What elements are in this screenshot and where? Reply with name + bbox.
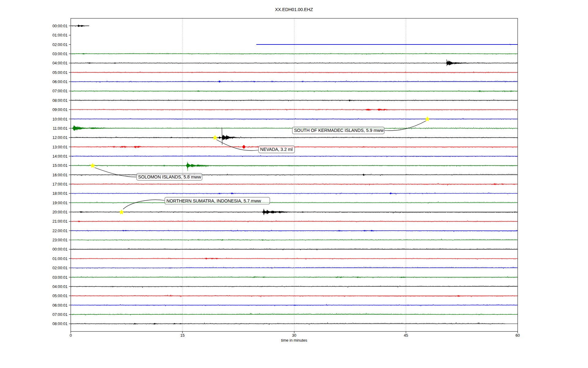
- svg-text:07:00:01: 07:00:01: [52, 89, 67, 93]
- svg-text:05:00:01: 05:00:01: [52, 71, 67, 75]
- svg-text:NEVADA, 3.2 ml: NEVADA, 3.2 ml: [260, 147, 293, 152]
- svg-text:06:00:01: 06:00:01: [52, 80, 67, 84]
- svg-text:NORTHERN SUMATRA, INDONESIA, 5: NORTHERN SUMATRA, INDONESIA, 5.7 mww: [167, 198, 261, 203]
- svg-text:00:00:01: 00:00:01: [52, 24, 67, 28]
- svg-text:15: 15: [180, 333, 185, 338]
- svg-text:04:00:01: 04:00:01: [52, 61, 67, 65]
- svg-text:SOUTH OF KERMADEC ISLANDS, 5.9: SOUTH OF KERMADEC ISLANDS, 5.9 mww: [294, 128, 384, 133]
- svg-text:05:00:01: 05:00:01: [52, 294, 67, 298]
- svg-text:21:00:01: 21:00:01: [52, 219, 67, 224]
- svg-text:02:00:01: 02:00:01: [52, 43, 67, 47]
- svg-text:07:00:01: 07:00:01: [52, 312, 67, 317]
- svg-text:30: 30: [292, 333, 296, 338]
- svg-text:10:00:01: 10:00:01: [52, 117, 67, 121]
- svg-text:06:00:01: 06:00:01: [52, 303, 67, 308]
- svg-text:23:00:01: 23:00:01: [52, 238, 67, 242]
- svg-text:03:00:01: 03:00:01: [52, 52, 67, 56]
- svg-text:19:00:01: 19:00:01: [52, 201, 67, 205]
- svg-text:XX.EDH01.00.EHZ: XX.EDH01.00.EHZ: [275, 7, 313, 12]
- svg-text:02:00:01: 02:00:01: [52, 266, 67, 270]
- svg-text:13:00:01: 13:00:01: [52, 145, 67, 149]
- svg-text:03:00:01: 03:00:01: [52, 275, 67, 280]
- svg-text:16:00:01: 16:00:01: [52, 173, 67, 177]
- svg-text:45: 45: [404, 333, 408, 338]
- svg-text:17:00:01: 17:00:01: [52, 182, 67, 186]
- svg-text:20:00:01: 20:00:01: [52, 210, 67, 214]
- svg-text:09:00:01: 09:00:01: [52, 108, 67, 112]
- svg-text:01:00:01: 01:00:01: [52, 257, 67, 261]
- svg-text:18:00:01: 18:00:01: [52, 191, 67, 196]
- svg-text:08:00:01: 08:00:01: [52, 98, 67, 103]
- svg-text:15:00:01: 15:00:01: [52, 163, 67, 168]
- svg-text:12:00:01: 12:00:01: [52, 136, 67, 140]
- svg-text:00:00:01: 00:00:01: [52, 247, 67, 251]
- svg-text:22:00:01: 22:00:01: [52, 229, 67, 233]
- svg-text:time in minutes: time in minutes: [281, 338, 307, 343]
- svg-text:0: 0: [70, 333, 72, 338]
- svg-text:11:00:01: 11:00:01: [53, 126, 67, 131]
- svg-text:SOLOMON ISLANDS, 5.8 mww: SOLOMON ISLANDS, 5.8 mww: [138, 174, 201, 179]
- svg-text:08:00:01: 08:00:01: [52, 322, 67, 326]
- svg-text:04:00:01: 04:00:01: [52, 285, 67, 289]
- svg-text:60: 60: [515, 333, 520, 338]
- svg-text:01:00:01: 01:00:01: [52, 33, 67, 37]
- svg-text:14:00:01: 14:00:01: [52, 154, 67, 159]
